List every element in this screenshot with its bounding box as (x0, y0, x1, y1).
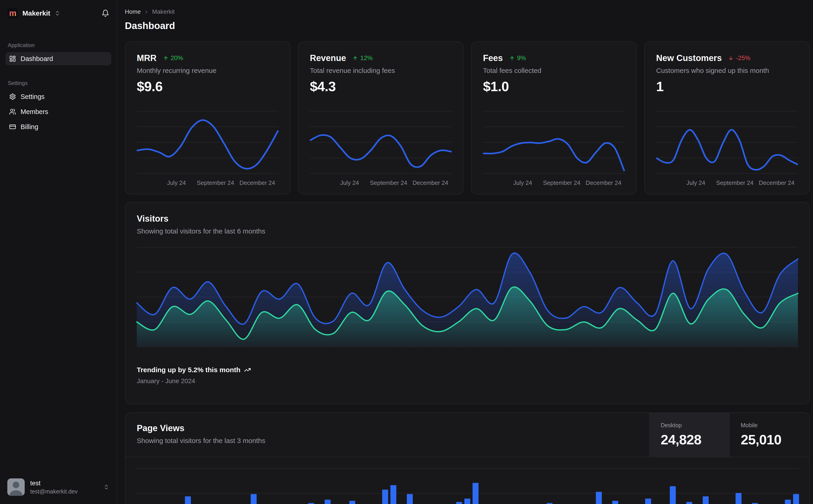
layout-dashboard-icon (9, 55, 16, 62)
user-name: test (30, 480, 77, 487)
metric-title: Fees (483, 53, 503, 63)
bell-icon (101, 9, 109, 17)
chevrons-up-down-icon (103, 484, 109, 490)
new-customers-sparkline-chart (656, 109, 798, 175)
metric-value: 1 (656, 79, 798, 94)
user-email: test@makerkit.dev (30, 488, 77, 495)
page-views-card: Page Views Showing total visitors for th… (125, 412, 810, 504)
sidebar-group-label-settings: Settings (8, 80, 111, 86)
sidebar-item-label: Members (21, 108, 48, 116)
metric-card-fees: Fees 9% Total fees collected $1.0 July 2… (471, 41, 637, 194)
fees-sparkline-chart (483, 109, 625, 175)
page-views-subtitle: Showing total visitors for the last 3 mo… (137, 437, 638, 445)
mobile-total: 25,010 (741, 432, 798, 448)
breadcrumb-home-link[interactable]: Home (125, 8, 141, 15)
sidebar-header: m Makerkit (5, 6, 111, 20)
x-axis-labels: July 24 September 24 December 24 (310, 179, 452, 187)
arrow-up-icon (352, 56, 358, 61)
metric-value: $9.6 (137, 79, 279, 94)
visitors-trend-text: Trending up by 5.2% this month (137, 366, 240, 374)
arrow-up-icon (163, 56, 168, 61)
main-content: Home Makerkit Dashboard MRR 20% Monthly … (117, 0, 813, 504)
metric-subtitle: Total fees collected (483, 67, 625, 74)
page-views-title: Page Views (137, 423, 638, 433)
users-icon (9, 108, 16, 115)
metric-card-mrr: MRR 20% Monthly recurring revenue $9.6 J… (125, 41, 291, 194)
page-title: Dashboard (125, 20, 810, 31)
x-axis-labels: July 24 September 24 December 24 (483, 179, 625, 187)
sidebar-item-billing[interactable]: Billing (5, 120, 111, 133)
breadcrumb: Home Makerkit (125, 8, 810, 15)
user-menu[interactable]: test test@makerkit.dev (5, 477, 111, 498)
sidebar-item-settings[interactable]: Settings (5, 90, 111, 103)
sidebar-item-label: Dashboard (21, 55, 53, 63)
breadcrumb-current: Makerkit (152, 8, 174, 15)
metric-cards-row: MRR 20% Monthly recurring revenue $9.6 J… (125, 41, 810, 194)
trend-badge: 12% (352, 55, 373, 62)
mobile-toggle-button[interactable]: Mobile 25,010 (729, 413, 809, 457)
sidebar: m Makerkit Application Dashboard Setting… (0, 0, 117, 504)
workspace-name[interactable]: Makerkit (22, 9, 50, 17)
metric-subtitle: Monthly recurring revenue (137, 67, 279, 74)
metric-value: $1.0 (483, 79, 625, 94)
metric-title: Revenue (310, 53, 346, 63)
chevron-right-icon (144, 9, 149, 14)
makerkit-logo-icon: m (7, 8, 18, 19)
mrr-sparkline-chart (137, 109, 279, 175)
gear-icon (9, 93, 16, 100)
sidebar-item-dashboard[interactable]: Dashboard (5, 52, 111, 65)
x-axis-labels: July 24 September 24 December 24 (656, 179, 798, 187)
trend-badge: 20% (163, 55, 183, 62)
metric-card-new-customers: New Customers -25% Customers who signed … (644, 41, 810, 194)
app-root: m Makerkit Application Dashboard Setting… (0, 0, 813, 504)
metric-title: New Customers (656, 53, 722, 63)
trend-badge: -25% (728, 55, 750, 62)
metric-subtitle: Total revenue including fees (310, 67, 452, 74)
metric-value: $4.3 (310, 79, 452, 94)
trend-badge: 9% (509, 55, 526, 62)
arrow-down-icon (728, 56, 734, 61)
metric-subtitle: Customers who signed up this month (656, 67, 798, 74)
visitors-subtitle: Showing total visitors for the last 6 mo… (137, 227, 798, 235)
chevrons-up-down-icon[interactable] (54, 10, 60, 16)
metric-card-revenue: Revenue 12% Total revenue including fees… (298, 41, 464, 194)
desktop-toggle-button[interactable]: Desktop 24,828 (649, 413, 729, 457)
metric-title: MRR (137, 53, 157, 63)
sidebar-item-label: Billing (21, 123, 38, 131)
visitors-date-range: January - June 2024 (137, 377, 798, 385)
revenue-sparkline-chart (310, 109, 452, 175)
notifications-button[interactable] (101, 9, 109, 17)
visitors-card: Visitors Showing total visitors for the … (125, 202, 810, 404)
sidebar-item-members[interactable]: Members (5, 105, 111, 118)
x-axis-labels: July 24 September 24 December 24 (137, 179, 279, 187)
sidebar-item-label: Settings (21, 93, 45, 101)
desktop-total: 24,828 (661, 432, 718, 448)
visitors-area-chart (137, 247, 798, 348)
sidebar-group-label-application: Application (8, 42, 111, 48)
arrow-up-icon (509, 56, 515, 61)
avatar (7, 478, 25, 496)
credit-card-icon (9, 123, 16, 130)
visitors-title: Visitors (137, 214, 798, 224)
trending-up-icon (244, 366, 251, 373)
page-views-bar-chart (125, 457, 809, 504)
